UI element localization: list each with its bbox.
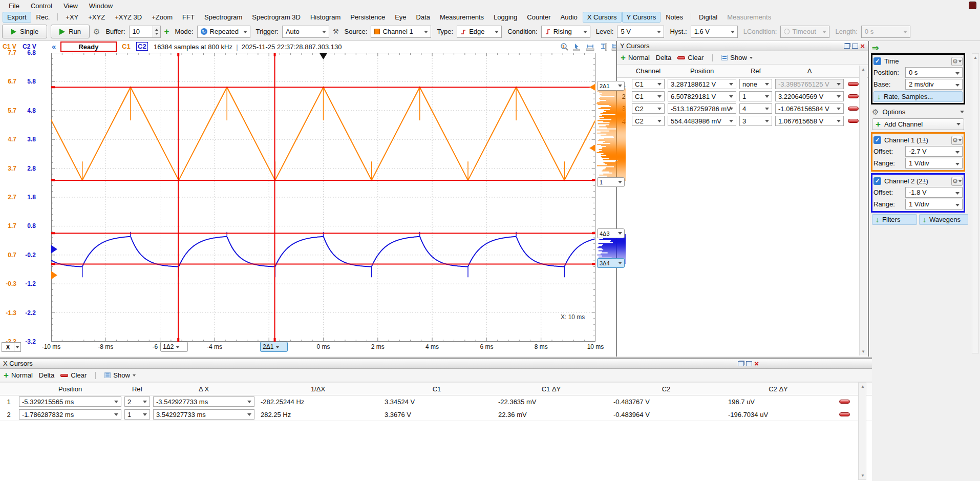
x-cursor-ref-badge-2[interactable]: 2Δ1 bbox=[260, 342, 288, 352]
hysteresis-select[interactable]: 1.6 V bbox=[691, 26, 738, 38]
type-select[interactable]: Edge bbox=[457, 26, 502, 38]
tab-measurements[interactable]: Measurements bbox=[435, 12, 488, 23]
x-cursors-scrollbar[interactable]: ▲ ▼ bbox=[858, 382, 866, 480]
y-delta-select[interactable]: 3.220640569 V bbox=[775, 91, 844, 101]
tab--xyz-3d[interactable]: +XYZ 3D bbox=[110, 12, 146, 23]
y-position-select[interactable]: 554.4483986 mV bbox=[668, 116, 736, 126]
level-select[interactable]: 5 V bbox=[617, 26, 664, 38]
time-checkbox[interactable]: ✓ bbox=[874, 57, 881, 65]
y-clear-button[interactable]: Clear bbox=[677, 54, 704, 61]
y-position-select[interactable]: -513.167259786 mV bbox=[668, 103, 736, 114]
y-position-select[interactable]: 6.507829181 V bbox=[668, 91, 736, 101]
channel1-range-select[interactable]: 1 V/div bbox=[905, 158, 963, 169]
y-channel-select[interactable]: C1 bbox=[632, 79, 665, 89]
maximize-window-icon[interactable] bbox=[852, 44, 858, 49]
mode-plus-icon[interactable]: + bbox=[164, 27, 169, 36]
y-remove-cursor-button[interactable] bbox=[848, 82, 859, 86]
x-cursor-ref-badge-1[interactable]: 1Δ2 bbox=[160, 342, 188, 352]
tab--xy[interactable]: +XY bbox=[61, 12, 83, 23]
tab-x-cursors[interactable]: X Cursors bbox=[583, 12, 622, 23]
y-remove-cursor-button[interactable] bbox=[848, 119, 859, 123]
y-channel-select[interactable]: C1 bbox=[632, 91, 665, 101]
y-ref-select[interactable]: 3 bbox=[739, 116, 772, 126]
wavegens-button[interactable]: ↓Wavegens bbox=[919, 214, 968, 225]
mode-select[interactable]: ↻ Repeated bbox=[197, 26, 250, 38]
y-cursor-badge-2d1[interactable]: 2Δ1 bbox=[597, 81, 625, 91]
tab-audio[interactable]: Audio bbox=[556, 12, 582, 23]
tab-spectrogram[interactable]: Spectrogram bbox=[200, 12, 247, 23]
y-ref-select[interactable]: 4 bbox=[739, 103, 772, 114]
c1-trace-badge[interactable]: C1 bbox=[122, 43, 131, 50]
channel1-checkbox[interactable]: ✓ bbox=[874, 136, 881, 144]
time-base-select[interactable]: 2 ms/div bbox=[905, 79, 963, 90]
tab-rec-[interactable]: Rec. bbox=[32, 12, 55, 23]
trigger-select[interactable]: Auto bbox=[282, 26, 329, 38]
channel1-offset-select[interactable]: -2.7 V bbox=[905, 146, 963, 157]
x-maximize-window-icon[interactable] bbox=[746, 361, 752, 366]
tab-digital[interactable]: Digital bbox=[694, 12, 722, 23]
y-add-normal-button[interactable]: +Normal bbox=[621, 53, 650, 62]
y-ref-select[interactable]: none bbox=[739, 79, 772, 89]
time-gear-button[interactable]: ⚙ bbox=[951, 57, 963, 66]
time-position-select[interactable]: 0 s bbox=[905, 67, 963, 78]
sidebar-scrollbar[interactable]: ▲ bbox=[972, 53, 979, 353]
x-axis-mode-caret-icon[interactable] bbox=[14, 343, 20, 351]
y-delta-select[interactable]: 1.067615658 V bbox=[775, 116, 844, 126]
x-add-delta-button[interactable]: Delta bbox=[39, 371, 54, 379]
single-button[interactable]: Single bbox=[2, 25, 47, 38]
filters-button[interactable]: ↓Filters bbox=[872, 214, 917, 225]
waveform-plot[interactable] bbox=[51, 53, 595, 342]
tab-fft[interactable]: FFT bbox=[178, 12, 199, 23]
collapse-left-icon[interactable]: « bbox=[52, 42, 56, 51]
y-ref-select[interactable]: 1 bbox=[739, 91, 772, 101]
float-window-icon[interactable] bbox=[844, 44, 850, 49]
zoom-one-icon[interactable]: 1 bbox=[560, 43, 569, 51]
menu-control[interactable]: Control bbox=[25, 1, 58, 11]
add-channel-button[interactable]: + Add Channel bbox=[872, 118, 964, 130]
menu-file[interactable]: File bbox=[3, 1, 25, 11]
x-axis-mode-select[interactable]: X bbox=[2, 342, 21, 352]
y-show-menu[interactable]: Show bbox=[721, 54, 753, 61]
expand-right-icon[interactable]: ⇒ bbox=[872, 43, 879, 53]
tab--zoom[interactable]: +Zoom bbox=[147, 12, 177, 23]
y-cursor-badge-3d4[interactable]: 3Δ4 bbox=[597, 258, 625, 268]
y-channel-select[interactable]: C2 bbox=[632, 116, 665, 126]
tab--xyz[interactable]: +XYZ bbox=[83, 12, 110, 23]
x-position-select[interactable]: -1.786287832 ms bbox=[19, 409, 121, 420]
y-cursor-badge-1[interactable]: 1 bbox=[597, 177, 625, 187]
tab-notes[interactable]: Notes bbox=[661, 12, 688, 23]
x-remove-cursor-button[interactable] bbox=[839, 412, 850, 416]
tab-logging[interactable]: Logging bbox=[489, 12, 522, 23]
x-clear-button[interactable]: Clear bbox=[60, 371, 87, 379]
tab-data[interactable]: Data bbox=[412, 12, 435, 23]
tab-y-cursors[interactable]: Y Cursors bbox=[622, 12, 661, 23]
x-delta-select[interactable]: -3.542927733 ms bbox=[153, 396, 254, 407]
x-ref-select[interactable]: 2 bbox=[124, 396, 150, 407]
close-window-icon[interactable]: × bbox=[860, 43, 865, 49]
y-position-select[interactable]: 3.287188612 V bbox=[668, 79, 736, 89]
run-button[interactable]: Run bbox=[51, 25, 90, 38]
tab-persistence[interactable]: Persistence bbox=[346, 12, 390, 23]
channel2-range-select[interactable]: 1 V/div bbox=[905, 199, 963, 210]
y-remove-cursor-button[interactable] bbox=[848, 94, 859, 98]
y-cursor-badge-4d3[interactable]: 4Δ3 bbox=[597, 228, 625, 238]
menu-window[interactable]: Window bbox=[83, 1, 118, 11]
tab-spectrogram-3d[interactable]: Spectrogram 3D bbox=[247, 12, 305, 23]
channel2-offset-select[interactable]: -1.8 V bbox=[905, 187, 963, 198]
horizontal-ruler-icon[interactable] bbox=[586, 43, 595, 51]
measure-pointer-icon[interactable] bbox=[573, 43, 582, 51]
y-delta-select[interactable]: -1.0676156584 V bbox=[775, 103, 844, 114]
tab-counter[interactable]: Counter bbox=[522, 12, 555, 23]
c2-trace-badge[interactable]: C2 bbox=[136, 42, 148, 51]
y-cursors-title-bar[interactable]: Y Cursors × bbox=[617, 41, 868, 51]
x-show-menu[interactable]: Show bbox=[104, 371, 136, 379]
x-remove-cursor-button[interactable] bbox=[839, 400, 850, 404]
vertical-ruler-icon[interactable] bbox=[599, 43, 607, 51]
x-ref-select[interactable]: 1 bbox=[124, 409, 150, 420]
y-add-delta-button[interactable]: Delta bbox=[656, 54, 671, 61]
channel1-gear-button[interactable]: ⚙ bbox=[951, 136, 963, 145]
y-channel-select[interactable]: C2 bbox=[632, 103, 665, 114]
x-position-select[interactable]: -5.329215565 ms bbox=[19, 396, 121, 407]
options-menu[interactable]: ⚙ Options bbox=[872, 107, 964, 117]
condition-select[interactable]: Rising bbox=[541, 26, 590, 38]
